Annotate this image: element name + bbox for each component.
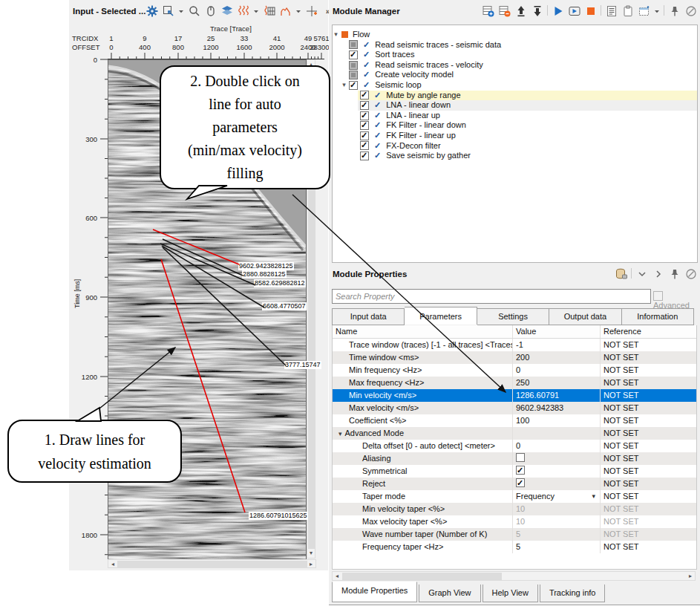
table-horizontal-scrollbar[interactable]: ◂ ▸ [332, 571, 696, 581]
tree-item[interactable]: ✓FK Filter - linear up [333, 131, 697, 141]
table-row[interactable]: Coefficient <%>100NOT SET [333, 414, 696, 427]
table-row[interactable]: Taper modeFrequency▾NOT SET [333, 490, 696, 503]
tree-item[interactable]: ✓Read seismic traces - seismic data [333, 40, 697, 51]
table-row[interactable]: Delta offset [0 - auto detect] <meter>0N… [333, 440, 696, 452]
dropdown-caret-icon[interactable]: ▾ [592, 490, 595, 503]
param-value[interactable]: 9602.942383 [516, 403, 563, 412]
param-value[interactable]: 100 [516, 416, 529, 425]
module-enabled-checkbox[interactable] [349, 51, 358, 59]
close-icon[interactable] [684, 5, 697, 18]
bottom-tab-tracking-info[interactable]: Tracking info [540, 584, 606, 602]
tab-input-data[interactable]: Input data [332, 308, 405, 325]
tab-output-data[interactable]: Output data [549, 308, 621, 325]
tree-item[interactable]: ✓FX-Decon filter [333, 141, 697, 152]
tree-item[interactable]: ✓Create velocity model [333, 70, 697, 80]
chevron-down-icon[interactable] [635, 267, 648, 280]
advanced-checkbox[interactable] [653, 291, 663, 301]
bottom-tab-graph-view[interactable]: Graph View [419, 584, 480, 602]
module-enabled-checkbox[interactable] [360, 101, 369, 110]
param-value[interactable]: 5 [516, 542, 520, 551]
param-value[interactable]: 10 [516, 504, 525, 513]
param-value[interactable]: Frequency [516, 492, 555, 501]
column-header-name[interactable]: Name [333, 325, 512, 338]
scroll-left-arrow[interactable]: ◂ [109, 561, 117, 568]
param-checkbox[interactable] [516, 466, 525, 475]
scroll-down-arrow[interactable]: ▾ [307, 550, 315, 557]
stop-icon[interactable] [584, 5, 597, 18]
column-header-reference[interactable]: Reference [600, 325, 696, 338]
param-checkbox[interactable] [516, 478, 525, 487]
group-expander-icon[interactable]: ▾ [338, 430, 345, 437]
import-up-icon[interactable] [514, 5, 527, 18]
crosshair-icon[interactable] [305, 5, 318, 18]
bottom-tab-module-properties[interactable]: Module Properties [332, 582, 417, 602]
histogram-icon[interactable] [279, 5, 292, 18]
param-value[interactable]: 1286.60791 [516, 391, 559, 400]
module-enabled-checkbox[interactable] [349, 81, 358, 90]
tree-item[interactable]: ✓Read seismic traces - velocity [333, 60, 697, 71]
table-scroll-right-arrow[interactable]: ▸ [687, 573, 694, 580]
export-down-icon[interactable] [531, 5, 543, 18]
report-icon[interactable] [605, 5, 618, 18]
scroll-right-arrow[interactable]: ▸ [307, 561, 315, 568]
wiggle-grid-icon[interactable] [263, 5, 275, 18]
module-enabled-checkbox[interactable] [349, 40, 358, 49]
seismic-horizontal-scrollbar[interactable]: ◂ ▸ [108, 559, 316, 568]
run-icon[interactable] [552, 5, 564, 18]
pin-icon[interactable] [668, 267, 681, 280]
expander-icon[interactable]: ▾ [341, 80, 347, 91]
param-checkbox[interactable] [516, 453, 525, 462]
database-icon[interactable] [615, 267, 627, 280]
param-value[interactable]: 250 [516, 378, 529, 387]
new-window-icon[interactable] [638, 5, 650, 18]
table-row[interactable]: Max velocity <m/s>9602.942383NOT SET [333, 402, 696, 414]
caret-icon[interactable] [253, 5, 259, 18]
param-value[interactable]: 5 [516, 530, 520, 538]
tree-item[interactable]: ✓Save seismic by gather [333, 151, 697, 161]
tree-item[interactable]: ✓FK Filter - linear down [333, 120, 697, 131]
param-value[interactable]: 10 [516, 517, 525, 526]
tree-item[interactable]: ✓LNA - linear down [333, 100, 697, 111]
module-enabled-checkbox[interactable] [360, 91, 369, 100]
table-row[interactable]: Trace window (traces) [-1 - all traces] … [333, 339, 696, 351]
tree-item[interactable]: ✓Sort traces [333, 50, 697, 60]
param-value[interactable]: -1 [516, 340, 523, 349]
table-row[interactable]: Min velocity taper <%>10NOT SET [333, 503, 696, 515]
table-row[interactable]: Wave number taper (Number of K)5NOT SET [333, 528, 696, 541]
pin-icon[interactable] [668, 5, 681, 18]
gear-icon[interactable] [145, 5, 158, 18]
tree-item[interactable]: ✓Mute by angle range [333, 91, 697, 101]
chevron-right-icon[interactable] [652, 267, 664, 280]
clipboard-icon[interactable] [621, 5, 634, 18]
table-row[interactable]: Max frequency <Hz>250NOT SET [333, 377, 696, 389]
layers-icon[interactable] [220, 5, 233, 18]
module-enabled-checkbox[interactable] [360, 111, 369, 120]
tab-parameters[interactable]: Parameters [405, 307, 477, 325]
module-enabled-checkbox[interactable] [360, 131, 369, 140]
table-scroll-thumb[interactable] [342, 573, 502, 580]
tab-information[interactable]: Information [622, 308, 694, 325]
module-enabled-checkbox[interactable] [349, 61, 358, 70]
tree-item[interactable]: ✓LNA - linear up [333, 111, 697, 121]
close-icon[interactable] [684, 267, 697, 280]
horizontal-scroll-thumb[interactable] [117, 561, 307, 567]
table-row[interactable]: Time window <ms>200NOT SET [333, 351, 696, 364]
param-value[interactable]: 0 [516, 441, 520, 450]
module-enabled-checkbox[interactable] [360, 152, 369, 160]
zoom-select-icon[interactable] [162, 5, 174, 18]
table-row[interactable]: ▾Advanced ModeNOT SET [333, 427, 696, 440]
magnifier-icon[interactable] [188, 5, 200, 18]
mouse-pointer-icon[interactable] [204, 5, 217, 18]
table-scroll-left-arrow[interactable]: ◂ [333, 573, 341, 580]
tree-item[interactable]: ▾✓Seismic loop [333, 80, 697, 91]
bottom-tab-help-view[interactable]: Help View [483, 584, 538, 602]
param-value[interactable]: 0 [516, 365, 520, 374]
module-enabled-checkbox[interactable] [360, 121, 369, 130]
table-row[interactable]: Min velocity <m/s>1286.60791NOT SET [333, 389, 696, 402]
caret-icon[interactable] [295, 5, 301, 18]
column-header-value[interactable]: Value [512, 325, 600, 338]
expander-icon[interactable]: ▾ [333, 30, 339, 40]
remove-module-icon[interactable] [498, 5, 511, 18]
table-row[interactable]: AliasingNOT SET [333, 452, 696, 465]
module-enabled-checkbox[interactable] [360, 141, 369, 150]
